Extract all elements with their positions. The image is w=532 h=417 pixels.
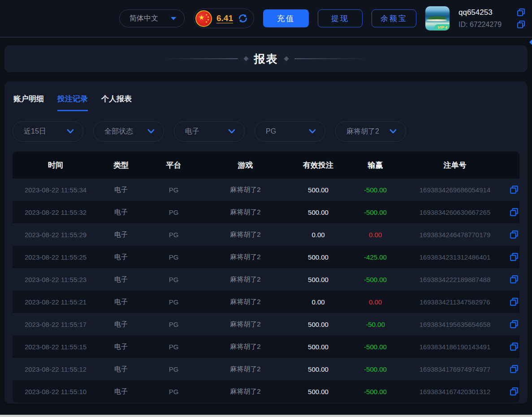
copy-username-icon[interactable]: [516, 8, 526, 17]
copy-bet-no-icon[interactable]: [509, 207, 519, 217]
filter-game[interactable]: 麻将胡了2: [335, 121, 406, 142]
title-decor-diamond: [243, 56, 248, 61]
row-win-loss: -50.00: [350, 321, 401, 328]
row-game: 麻将胡了2: [204, 387, 287, 396]
row-platform: PG: [143, 343, 204, 351]
tab-account-details[interactable]: 账户明细: [13, 94, 44, 111]
row-time: 2023-08-22 11:55:25: [13, 253, 99, 261]
row-game: 麻将胡了2: [204, 253, 287, 261]
row-type: 电子: [99, 298, 143, 306]
avatar-beach-art: [426, 19, 447, 21]
refresh-icon[interactable]: [238, 13, 248, 24]
copy-bet-no-icon[interactable]: [509, 297, 519, 307]
chevron-down-icon: [228, 129, 235, 134]
copy-bet-no-icon[interactable]: [509, 342, 519, 352]
topbar: 简体中文 ★★★ ★★ 6.41 充值 提现 余额宝 VIP 4 qq65425…: [0, 0, 532, 38]
copy-bet-no-icon[interactable]: [509, 185, 519, 195]
row-valid-bet: 500.00: [287, 276, 350, 283]
row-time: 2023-08-22 11:55:32: [13, 208, 99, 216]
table-row: 2023-08-22 11:55:32 电子 PG 麻将胡了2 500.00 -…: [13, 201, 519, 223]
row-platform: PG: [143, 208, 204, 216]
table-body: 2023-08-22 11:55:34 电子 PG 麻将胡了2 500.00 -…: [13, 178, 519, 403]
title-decor-line: [294, 58, 368, 59]
row-bet-no: 1693834176974974977: [401, 365, 509, 373]
table-row: 2023-08-22 11:55:29 电子 PG 麻将胡了2 0.00 0.0…: [13, 223, 519, 246]
language-select[interactable]: 简体中文: [119, 9, 185, 27]
row-game: 麻将胡了2: [204, 208, 287, 217]
page-title: 报表: [254, 52, 278, 66]
table-row: 2023-08-22 11:55:17 电子 PG 麻将胡了2 500.00 -…: [13, 313, 519, 335]
copy-bet-no-icon[interactable]: [509, 387, 519, 396]
filter-status[interactable]: 全部状态: [93, 121, 164, 142]
row-game: 麻将胡了2: [204, 320, 287, 329]
bet-records-table: 时间 类型 平台 游戏 有效投注 输赢 注单号 2023-08-22 11:55…: [13, 152, 519, 403]
row-platform: PG: [143, 186, 204, 194]
row-time: 2023-08-22 11:55:12: [13, 365, 99, 373]
table-row: 2023-08-22 11:55:25 电子 PG 麻将胡了2 500.00 -…: [13, 246, 519, 268]
row-win-loss: -500.00: [350, 276, 401, 283]
row-win-loss: -500.00: [350, 343, 401, 351]
title-decor-diamond: [284, 56, 289, 61]
row-win-loss: 0.00: [350, 231, 401, 239]
china-flag-icon: ★★★ ★★: [195, 10, 212, 27]
yuebao-button[interactable]: 余额宝: [372, 9, 416, 27]
chevron-down-icon: [67, 129, 74, 134]
chevron-down-icon: [309, 129, 316, 134]
row-platform: PG: [143, 321, 204, 328]
row-game: 麻将胡了2: [204, 186, 287, 194]
row-time: 2023-08-22 11:55:17: [13, 321, 99, 328]
row-valid-bet: 500.00: [287, 253, 350, 261]
row-valid-bet: 500.00: [287, 208, 350, 216]
horizontal-scrollbar[interactable]: [0, 415, 532, 417]
row-bet-no: 1693834260630667265: [401, 208, 509, 216]
row-time: 2023-08-22 11:55:21: [13, 298, 99, 306]
table-row: 2023-08-22 11:55:10 电子 PG 麻将胡了2 500.00 -…: [13, 380, 519, 403]
row-game: 麻将胡了2: [204, 275, 287, 284]
row-game: 麻将胡了2: [204, 365, 287, 374]
filter-category[interactable]: 电子: [174, 121, 245, 142]
copy-bet-no-icon[interactable]: [509, 252, 519, 262]
row-type: 电子: [99, 343, 143, 351]
title-decor-line: [164, 58, 238, 59]
row-valid-bet: 500.00: [287, 321, 350, 328]
row-valid-bet: 0.00: [287, 298, 350, 306]
tab-bet-records[interactable]: 投注记录: [57, 94, 88, 111]
exchange-rate-widget[interactable]: ★★★ ★★ 6.41: [194, 9, 254, 28]
edge-collapse-arrow-icon[interactable]: [529, 39, 532, 45]
row-time: 2023-08-22 11:55:29: [13, 231, 99, 239]
copy-bet-no-icon[interactable]: [509, 230, 519, 239]
row-type: 电子: [99, 320, 143, 329]
table-row: 2023-08-22 11:55:15 电子 PG 麻将胡了2 500.00 -…: [13, 335, 519, 358]
row-bet-no: 1693834195635654658: [401, 321, 509, 328]
recharge-button[interactable]: 充值: [263, 9, 309, 27]
filter-date-range[interactable]: 近15日: [13, 121, 83, 142]
row-valid-bet: 500.00: [287, 343, 350, 351]
copy-bet-no-icon[interactable]: [509, 364, 519, 374]
avatar[interactable]: VIP 4: [425, 6, 450, 30]
row-game: 麻将胡了2: [204, 298, 287, 306]
copy-bet-no-icon[interactable]: [509, 319, 519, 329]
col-platform: 平台: [143, 160, 204, 170]
col-time: 时间: [13, 160, 99, 170]
row-bet-no: 1693834269686054914: [401, 186, 509, 194]
copy-id-icon[interactable]: [516, 20, 526, 29]
row-platform: PG: [143, 253, 204, 261]
row-type: 电子: [99, 208, 143, 217]
language-label: 简体中文: [130, 14, 158, 23]
chevron-down-icon: [147, 129, 155, 134]
vip-badge: VIP 4: [434, 24, 450, 30]
username: qq654253: [458, 8, 493, 17]
filter-platform[interactable]: PG: [255, 121, 325, 142]
row-valid-bet: 0.00: [287, 231, 350, 239]
chevron-down-icon: [389, 129, 397, 134]
user-meta: qq654253 ID: 67224279: [458, 8, 528, 29]
copy-bet-no-icon[interactable]: [509, 274, 519, 284]
tab-personal-report[interactable]: 个人报表: [101, 94, 132, 111]
row-win-loss: -500.00: [350, 388, 401, 395]
row-win-loss: -500.00: [350, 186, 401, 194]
row-time: 2023-08-22 11:55:23: [13, 276, 99, 283]
withdraw-button[interactable]: 提现: [318, 9, 363, 27]
col-type: 类型: [99, 160, 143, 170]
exchange-rate-value[interactable]: 6.41: [216, 13, 233, 23]
row-time: 2023-08-22 11:55:15: [13, 343, 99, 351]
